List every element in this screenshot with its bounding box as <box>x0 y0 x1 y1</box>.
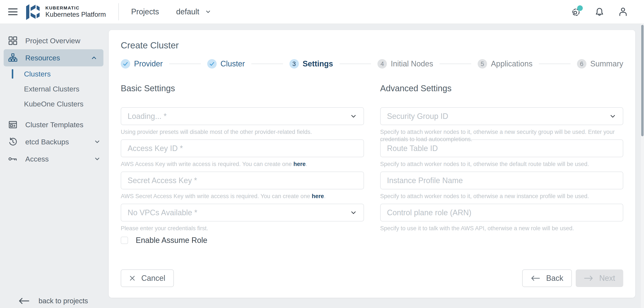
step-connector <box>440 64 471 64</box>
here-link[interactable]: here <box>293 161 306 167</box>
sidebar-subitem-clusters[interactable]: Clusters <box>0 66 107 81</box>
preset-select[interactable]: Loading... * <box>121 107 364 125</box>
basic-settings-section: Basic Settings Loading... * Using provid… <box>121 84 364 236</box>
sidebar-item-label: Cluster Templates <box>25 121 84 129</box>
step-cluster[interactable]: Cluster <box>207 59 245 69</box>
vpc-helper-text: Please enter your credentials first. <box>121 225 364 232</box>
enable-assume-role-label: Enable Assume Role <box>136 236 207 245</box>
enable-assume-role-checkbox-row[interactable]: Enable Assume Role <box>121 236 364 245</box>
brand-line2: Kubernetes Platform <box>46 11 106 19</box>
access-key-id-input[interactable] <box>128 144 357 153</box>
arrow-left-icon <box>531 275 540 281</box>
step-circle: 6 <box>577 59 586 69</box>
vpc-select[interactable]: No VPCs Available * <box>121 204 364 221</box>
wizard-stepper: Provider Cluster 3 Settings 4 Initial No… <box>121 59 623 69</box>
step-applications[interactable]: 5 Applications <box>478 59 532 69</box>
instance-profile-field-group: Specify to attach worker nodes to it, ot… <box>380 172 624 204</box>
step-initial-nodes[interactable]: 4 Initial Nodes <box>378 59 433 69</box>
security-group-id-select[interactable]: Security Group ID <box>380 107 624 125</box>
chevron-down-icon <box>609 113 616 120</box>
sidebar-item-cluster-templates[interactable]: Cluster Templates <box>0 116 107 133</box>
secret-access-key-field[interactable] <box>121 172 364 189</box>
sidebar-item-access[interactable]: Access <box>0 150 107 167</box>
hamburger-bar <box>8 14 18 15</box>
chevron-down-icon <box>205 9 211 15</box>
next-button-label: Next <box>599 274 615 283</box>
checkbox-unchecked[interactable] <box>121 237 128 244</box>
sidebar-item-label: Project Overview <box>25 37 80 45</box>
step-label: Applications <box>491 59 532 68</box>
notifications-button[interactable] <box>594 7 604 17</box>
create-cluster-card: Create Cluster Provider Cluster 3 Settin… <box>109 30 635 298</box>
preset-field-group: Loading... * Using provider presets will… <box>121 107 364 139</box>
advanced-settings-section: Advanced Settings Security Group ID Spec… <box>380 84 624 236</box>
vpc-field-group: No VPCs Available * Please enter your cr… <box>121 204 364 236</box>
template-icon <box>8 120 18 129</box>
arrow-left-icon <box>18 297 30 305</box>
chevron-down-icon <box>94 155 100 162</box>
wizard-nav-buttons: Back Next <box>522 269 623 287</box>
back-to-projects-link[interactable]: back to projects <box>18 297 88 305</box>
here-link[interactable]: here <box>312 193 324 199</box>
sidebar-item-project-overview[interactable]: Project Overview <box>0 32 107 49</box>
advanced-settings-heading: Advanced Settings <box>380 84 624 93</box>
back-button-label: Back <box>546 274 563 283</box>
hamburger-menu-icon[interactable] <box>8 8 18 15</box>
preset-select-placeholder: Loading... * <box>128 112 166 121</box>
grid-icon <box>8 36 18 45</box>
sidebar: Project Overview Resources Clusters Exte… <box>0 24 107 308</box>
next-button[interactable]: Next <box>576 269 623 287</box>
secret-access-key-input[interactable] <box>128 176 357 185</box>
scrollbar-track[interactable] <box>641 24 644 308</box>
step-label: Initial Nodes <box>391 59 433 68</box>
control-plane-role-field[interactable] <box>380 204 624 221</box>
step-settings[interactable]: 3 Settings <box>290 59 333 69</box>
back-button[interactable]: Back <box>522 269 572 287</box>
sidebar-spacer <box>0 111 107 116</box>
brand-text: KUBERMATIC Kubernetes Platform <box>46 5 106 19</box>
check-icon <box>209 61 215 67</box>
topbar-divider <box>118 3 119 20</box>
step-connector <box>539 64 570 64</box>
cancel-button[interactable]: Cancel <box>121 269 174 287</box>
step-label: Settings <box>303 59 333 68</box>
step-provider[interactable]: Provider <box>121 59 163 69</box>
sidebar-subitem-label: External Clusters <box>24 85 80 93</box>
chevron-down-icon <box>350 113 357 120</box>
step-label: Summary <box>590 59 623 68</box>
sidebar-subitem-external-clusters[interactable]: External Clusters <box>0 81 107 96</box>
cancel-button-wrap: Cancel <box>121 269 174 287</box>
project-selector-dropdown[interactable]: default <box>176 7 211 16</box>
sidebar-subitem-label: KubeOne Clusters <box>24 100 84 108</box>
step-circle <box>121 59 130 69</box>
kubermatic-logo-icon <box>26 3 40 20</box>
help-wheel-button[interactable] <box>571 7 581 17</box>
page-title: Create Cluster <box>121 40 623 51</box>
sidebar-item-etcd-backups[interactable]: etcd Backups <box>0 133 107 150</box>
helper-text: . <box>306 161 307 167</box>
user-icon <box>618 7 628 17</box>
topbar-actions <box>571 7 628 17</box>
step-summary[interactable]: 6 Summary <box>577 59 623 69</box>
check-icon <box>123 61 128 67</box>
step-connector <box>251 64 283 64</box>
control-plane-role-input[interactable] <box>387 208 616 217</box>
scrollbar-thumb[interactable] <box>641 25 644 136</box>
instance-profile-name-input[interactable] <box>387 176 616 185</box>
projects-nav-link[interactable]: Projects <box>131 7 159 16</box>
hamburger-bar <box>8 8 18 10</box>
step-connector <box>340 64 371 64</box>
control-plane-role-field-group: Specify to use it to talk with the AWS A… <box>380 204 624 236</box>
access-key-id-field[interactable] <box>121 139 364 157</box>
route-table-id-input[interactable] <box>387 144 616 153</box>
arrow-right-icon <box>584 275 593 281</box>
security-group-field-group: Security Group ID Specify to attach work… <box>380 107 624 139</box>
instance-profile-name-field[interactable] <box>380 172 624 189</box>
sidebar-subitem-kubeone-clusters[interactable]: KubeOne Clusters <box>0 96 107 111</box>
brand-line1: KUBERMATIC <box>46 5 106 11</box>
sidebar-item-label: Access <box>25 155 49 163</box>
top-bar: KUBERMATIC Kubernetes Platform Projects … <box>0 0 644 24</box>
user-menu-button[interactable] <box>618 7 628 17</box>
sidebar-item-resources[interactable]: Resources <box>4 49 104 66</box>
chevron-down-icon <box>94 138 100 145</box>
